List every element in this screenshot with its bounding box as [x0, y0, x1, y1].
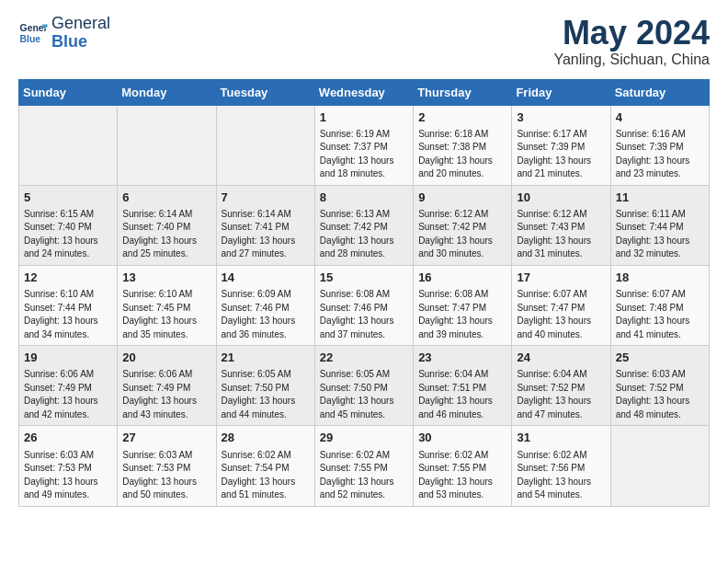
day-info: Sunrise: 6:16 AM Sunset: 7:39 PM Dayligh… [616, 128, 704, 181]
calendar-cell-w2-d6: 18Sunrise: 6:07 AM Sunset: 7:48 PM Dayli… [610, 265, 709, 345]
calendar-cell-w0-d6: 4Sunrise: 6:16 AM Sunset: 7:39 PM Daylig… [610, 105, 709, 185]
day-number: 24 [517, 350, 605, 366]
logo: General Blue General Blue [18, 15, 110, 52]
day-info: Sunrise: 6:03 AM Sunset: 7:53 PM Dayligh… [24, 449, 112, 502]
day-info: Sunrise: 6:19 AM Sunset: 7:37 PM Dayligh… [320, 128, 408, 181]
calendar-cell-w3-d0: 19Sunrise: 6:06 AM Sunset: 7:49 PM Dayli… [19, 346, 118, 426]
day-info: Sunrise: 6:05 AM Sunset: 7:50 PM Dayligh… [320, 368, 408, 421]
day-number: 25 [616, 350, 704, 366]
day-info: Sunrise: 6:06 AM Sunset: 7:49 PM Dayligh… [24, 368, 112, 421]
day-info: Sunrise: 6:12 AM Sunset: 7:43 PM Dayligh… [517, 208, 605, 261]
weekday-header-thursday: Thursday [414, 79, 512, 105]
weekday-header-tuesday: Tuesday [216, 79, 314, 105]
weekday-header-saturday: Saturday [610, 79, 709, 105]
calendar-week-4: 26Sunrise: 6:03 AM Sunset: 7:53 PM Dayli… [19, 426, 710, 506]
day-number: 19 [24, 350, 112, 366]
calendar-cell-w3-d1: 20Sunrise: 6:06 AM Sunset: 7:49 PM Dayli… [118, 346, 216, 426]
day-info: Sunrise: 6:07 AM Sunset: 7:47 PM Dayligh… [517, 288, 605, 341]
calendar-page: General Blue General Blue May 2024 Yanli… [0, 0, 728, 522]
day-number: 13 [122, 270, 210, 286]
calendar-cell-w3-d4: 23Sunrise: 6:04 AM Sunset: 7:51 PM Dayli… [414, 346, 512, 426]
calendar-cell-w4-d0: 26Sunrise: 6:03 AM Sunset: 7:53 PM Dayli… [19, 426, 118, 506]
day-info: Sunrise: 6:02 AM Sunset: 7:54 PM Dayligh… [222, 449, 310, 502]
day-info: Sunrise: 6:18 AM Sunset: 7:38 PM Dayligh… [418, 128, 506, 181]
calendar-cell-w3-d6: 25Sunrise: 6:03 AM Sunset: 7:52 PM Dayli… [610, 346, 709, 426]
day-info: Sunrise: 6:08 AM Sunset: 7:46 PM Dayligh… [320, 288, 408, 341]
header: General Blue General Blue May 2024 Yanli… [18, 15, 710, 68]
calendar-cell-w0-d2 [216, 105, 314, 185]
logo-line2: Blue [51, 33, 110, 52]
day-info: Sunrise: 6:10 AM Sunset: 7:45 PM Dayligh… [122, 288, 210, 341]
calendar-cell-w4-d2: 28Sunrise: 6:02 AM Sunset: 7:54 PM Dayli… [216, 426, 314, 506]
title-block: May 2024 Yanling, Sichuan, China [553, 15, 710, 68]
day-number: 16 [418, 270, 506, 286]
day-number: 6 [122, 190, 210, 206]
calendar-header: SundayMondayTuesdayWednesdayThursdayFrid… [19, 79, 710, 105]
calendar-cell-w1-d4: 9Sunrise: 6:12 AM Sunset: 7:42 PM Daylig… [414, 185, 512, 265]
calendar-cell-w2-d1: 13Sunrise: 6:10 AM Sunset: 7:45 PM Dayli… [118, 265, 216, 345]
logo-icon: General Blue [18, 18, 48, 48]
calendar-cell-w1-d5: 10Sunrise: 6:12 AM Sunset: 7:43 PM Dayli… [512, 185, 610, 265]
day-number: 1 [320, 109, 408, 126]
day-number: 28 [222, 430, 310, 446]
day-number: 23 [418, 350, 506, 366]
calendar-cell-w1-d2: 7Sunrise: 6:14 AM Sunset: 7:41 PM Daylig… [216, 185, 314, 265]
calendar-cell-w3-d5: 24Sunrise: 6:04 AM Sunset: 7:52 PM Dayli… [512, 346, 610, 426]
calendar-table: SundayMondayTuesdayWednesdayThursdayFrid… [18, 79, 710, 507]
calendar-title: May 2024 [553, 15, 710, 52]
day-info: Sunrise: 6:02 AM Sunset: 7:56 PM Dayligh… [517, 449, 605, 502]
day-number: 4 [616, 109, 704, 126]
day-info: Sunrise: 6:13 AM Sunset: 7:42 PM Dayligh… [320, 208, 408, 261]
calendar-cell-w0-d0 [19, 105, 118, 185]
svg-text:Blue: Blue [20, 33, 41, 43]
day-info: Sunrise: 6:09 AM Sunset: 7:46 PM Dayligh… [222, 288, 310, 341]
calendar-cell-w1-d6: 11Sunrise: 6:11 AM Sunset: 7:44 PM Dayli… [610, 185, 709, 265]
day-info: Sunrise: 6:07 AM Sunset: 7:48 PM Dayligh… [616, 288, 704, 341]
day-info: Sunrise: 6:02 AM Sunset: 7:55 PM Dayligh… [320, 449, 408, 502]
day-info: Sunrise: 6:06 AM Sunset: 7:49 PM Dayligh… [122, 368, 210, 421]
calendar-cell-w4-d1: 27Sunrise: 6:03 AM Sunset: 7:53 PM Dayli… [118, 426, 216, 506]
day-number: 20 [122, 350, 210, 366]
weekday-header-wednesday: Wednesday [314, 79, 413, 105]
calendar-cell-w2-d4: 16Sunrise: 6:08 AM Sunset: 7:47 PM Dayli… [414, 265, 512, 345]
day-number: 31 [517, 430, 605, 446]
calendar-cell-w0-d3: 1Sunrise: 6:19 AM Sunset: 7:37 PM Daylig… [314, 105, 413, 185]
weekday-header-row: SundayMondayTuesdayWednesdayThursdayFrid… [19, 79, 710, 105]
day-info: Sunrise: 6:14 AM Sunset: 7:40 PM Dayligh… [122, 208, 210, 261]
calendar-cell-w1-d3: 8Sunrise: 6:13 AM Sunset: 7:42 PM Daylig… [314, 185, 413, 265]
day-info: Sunrise: 6:04 AM Sunset: 7:52 PM Dayligh… [517, 368, 605, 421]
calendar-week-2: 12Sunrise: 6:10 AM Sunset: 7:44 PM Dayli… [19, 265, 710, 345]
day-number: 10 [517, 190, 605, 206]
calendar-cell-w4-d4: 30Sunrise: 6:02 AM Sunset: 7:55 PM Dayli… [414, 426, 512, 506]
calendar-cell-w0-d5: 3Sunrise: 6:17 AM Sunset: 7:39 PM Daylig… [512, 105, 610, 185]
day-number: 8 [320, 190, 408, 206]
day-info: Sunrise: 6:11 AM Sunset: 7:44 PM Dayligh… [616, 208, 704, 261]
calendar-cell-w1-d1: 6Sunrise: 6:14 AM Sunset: 7:40 PM Daylig… [118, 185, 216, 265]
day-number: 9 [418, 190, 506, 206]
calendar-body: 1Sunrise: 6:19 AM Sunset: 7:37 PM Daylig… [19, 105, 710, 506]
day-info: Sunrise: 6:14 AM Sunset: 7:41 PM Dayligh… [222, 208, 310, 261]
day-number: 3 [517, 109, 605, 126]
day-number: 21 [222, 350, 310, 366]
day-info: Sunrise: 6:04 AM Sunset: 7:51 PM Dayligh… [418, 368, 506, 421]
day-number: 22 [320, 350, 408, 366]
calendar-cell-w2-d5: 17Sunrise: 6:07 AM Sunset: 7:47 PM Dayli… [512, 265, 610, 345]
day-info: Sunrise: 6:12 AM Sunset: 7:42 PM Dayligh… [418, 208, 506, 261]
logo-text: General Blue [51, 15, 110, 52]
day-number: 5 [24, 190, 112, 206]
day-number: 29 [320, 430, 408, 446]
calendar-cell-w2-d0: 12Sunrise: 6:10 AM Sunset: 7:44 PM Dayli… [19, 265, 118, 345]
day-number: 11 [616, 190, 704, 206]
day-number: 30 [418, 430, 506, 446]
calendar-week-1: 5Sunrise: 6:15 AM Sunset: 7:40 PM Daylig… [19, 185, 710, 265]
day-number: 26 [24, 430, 112, 446]
calendar-week-3: 19Sunrise: 6:06 AM Sunset: 7:49 PM Dayli… [19, 346, 710, 426]
day-number: 7 [222, 190, 310, 206]
calendar-cell-w4-d3: 29Sunrise: 6:02 AM Sunset: 7:55 PM Dayli… [314, 426, 413, 506]
calendar-subtitle: Yanling, Sichuan, China [553, 52, 710, 68]
day-info: Sunrise: 6:17 AM Sunset: 7:39 PM Dayligh… [517, 128, 605, 181]
day-info: Sunrise: 6:03 AM Sunset: 7:53 PM Dayligh… [122, 449, 210, 502]
calendar-cell-w2-d2: 14Sunrise: 6:09 AM Sunset: 7:46 PM Dayli… [216, 265, 314, 345]
logo-line1: General [51, 15, 110, 33]
day-number: 27 [122, 430, 210, 446]
